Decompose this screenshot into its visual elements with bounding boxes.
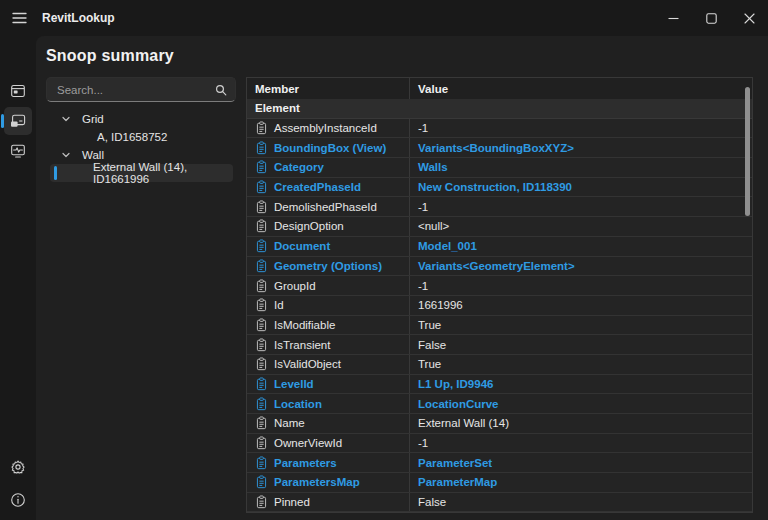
member-name: LevelId	[274, 378, 314, 390]
member-clipboard-icon	[255, 160, 268, 174]
member-clipboard-icon	[255, 200, 268, 214]
table-row[interactable]: CreatedPhaseIdNew Construction, ID118390	[247, 178, 752, 198]
table-row[interactable]: GroupId-1	[247, 276, 752, 296]
tree-item-label: A, ID1658752	[97, 131, 167, 143]
table-row[interactable]: IsValidObjectTrue	[247, 355, 752, 375]
member-cell[interactable]: LevelId	[247, 375, 410, 394]
search-box[interactable]	[46, 77, 236, 102]
value-cell[interactable]: New Construction, ID118390	[410, 178, 752, 197]
selected-accent-bar	[54, 166, 57, 180]
member-cell: GroupId	[247, 276, 410, 295]
value-cell: <null>	[410, 217, 752, 236]
member-cell[interactable]: Document	[247, 237, 410, 256]
member-value: -1	[418, 122, 428, 134]
table-row[interactable]: DemolishedPhaseId-1	[247, 197, 752, 217]
minimize-button[interactable]	[654, 0, 692, 36]
table-row[interactable]: CategoryWalls	[247, 158, 752, 178]
value-cell: External Wall (14)	[410, 414, 752, 433]
value-cell[interactable]: ParameterSet	[410, 453, 752, 472]
member-cell: IsValidObject	[247, 355, 410, 374]
sidebar	[0, 36, 36, 520]
sidebar-item-settings[interactable]	[4, 453, 32, 481]
member-clipboard-icon	[255, 456, 268, 470]
member-clipboard-icon	[255, 377, 268, 391]
sidebar-item-about[interactable]	[4, 486, 32, 514]
table-row[interactable]: OwnerViewId-1	[247, 434, 752, 454]
member-value: False	[418, 339, 446, 351]
search-input[interactable]	[47, 84, 215, 96]
tree-item-external-wall[interactable]: External Wall (14), ID1661996	[50, 164, 233, 182]
info-icon	[10, 492, 26, 508]
table-row[interactable]: NameExternal Wall (14)	[247, 414, 752, 434]
close-button[interactable]	[730, 0, 768, 36]
chevron-down-icon[interactable]	[61, 114, 71, 124]
event-monitor-icon	[10, 143, 26, 159]
member-name: Name	[274, 417, 305, 429]
member-cell: DemolishedPhaseId	[247, 197, 410, 216]
element-tree: Grid A, ID1658752 Wall External Wall (14…	[46, 110, 236, 182]
sidebar-item-dashboard[interactable]	[4, 77, 32, 105]
table-row[interactable]: IsModifiableTrue	[247, 316, 752, 336]
table-row[interactable]: ParametersMapParameterMap	[247, 473, 752, 493]
value-cell[interactable]: Walls	[410, 158, 752, 177]
value-cell: False	[410, 335, 752, 354]
member-cell[interactable]: ParametersMap	[247, 473, 410, 492]
table-body: AssemblyInstanceId-1 BoundingBox (View)V…	[247, 119, 752, 513]
value-cell[interactable]: Model_001	[410, 237, 752, 256]
member-clipboard-icon	[255, 141, 268, 155]
value-cell[interactable]: LocationCurve	[410, 394, 752, 413]
member-name: DemolishedPhaseId	[274, 201, 377, 213]
value-cell[interactable]: Variants<GeometryElement>	[410, 257, 752, 276]
member-name: Document	[274, 240, 330, 252]
tree-node-grid[interactable]: Grid	[46, 110, 236, 128]
sidebar-item-event-monitor[interactable]	[4, 137, 32, 165]
member-cell[interactable]: CreatedPhaseId	[247, 178, 410, 197]
member-name: Id	[274, 299, 284, 311]
member-value: Variants<BoundingBoxXYZ>	[418, 142, 574, 154]
table-row[interactable]: DocumentModel_001	[247, 237, 752, 257]
member-name: DesignOption	[274, 220, 344, 232]
member-name: IsTransient	[274, 339, 330, 351]
tree-item-grid-a[interactable]: A, ID1658752	[46, 128, 236, 146]
value-cell[interactable]: L1 Up, ID9946	[410, 375, 752, 394]
member-name: IsValidObject	[274, 358, 341, 370]
member-value: -1	[418, 280, 428, 292]
member-name: Category	[274, 161, 324, 173]
selected-accent-bar	[1, 114, 4, 128]
member-cell[interactable]: Location	[247, 394, 410, 413]
table-row[interactable]: DesignOption<null>	[247, 217, 752, 237]
table-row[interactable]: Id1661996	[247, 296, 752, 316]
value-cell[interactable]: ParameterMap	[410, 473, 752, 492]
table-row[interactable]: LevelIdL1 Up, ID9946	[247, 375, 752, 395]
member-clipboard-icon	[255, 495, 268, 509]
member-cell[interactable]: Category	[247, 158, 410, 177]
member-value: Model_001	[418, 240, 477, 252]
hamburger-menu-button[interactable]	[4, 5, 34, 31]
member-value: Variants<GeometryElement>	[418, 260, 575, 272]
table-group-header[interactable]: Element	[247, 99, 752, 119]
table-row[interactable]: Geometry (Options)Variants<GeometryEleme…	[247, 257, 752, 277]
member-cell[interactable]: BoundingBox (View)	[247, 138, 410, 157]
member-value: New Construction, ID118390	[418, 181, 572, 193]
member-cell[interactable]: Geometry (Options)	[247, 257, 410, 276]
table-row[interactable]: LocationLocationCurve	[247, 394, 752, 414]
member-clipboard-icon	[255, 475, 268, 489]
table-row[interactable]: AssemblyInstanceId-1	[247, 119, 752, 139]
vertical-scrollbar-thumb[interactable]	[745, 87, 750, 216]
member-cell[interactable]: Parameters	[247, 453, 410, 472]
column-header-member[interactable]: Member	[247, 78, 410, 99]
value-cell: -1	[410, 197, 752, 216]
maximize-button[interactable]	[692, 0, 730, 36]
table-row[interactable]: IsTransientFalse	[247, 335, 752, 355]
value-cell[interactable]: Variants<BoundingBoxXYZ>	[410, 138, 752, 157]
member-cell: OwnerViewId	[247, 434, 410, 453]
sidebar-item-snoop-summary[interactable]	[4, 107, 32, 135]
table-row[interactable]: BoundingBox (View)Variants<BoundingBoxXY…	[247, 138, 752, 158]
table-row[interactable]: PinnedFalse	[247, 493, 752, 513]
column-header-value[interactable]: Value	[410, 78, 752, 99]
table-row[interactable]: ParametersParameterSet	[247, 453, 752, 473]
member-clipboard-icon	[255, 239, 268, 253]
member-name: Pinned	[274, 496, 310, 508]
member-name: Location	[274, 398, 322, 410]
chevron-down-icon[interactable]	[61, 150, 71, 160]
